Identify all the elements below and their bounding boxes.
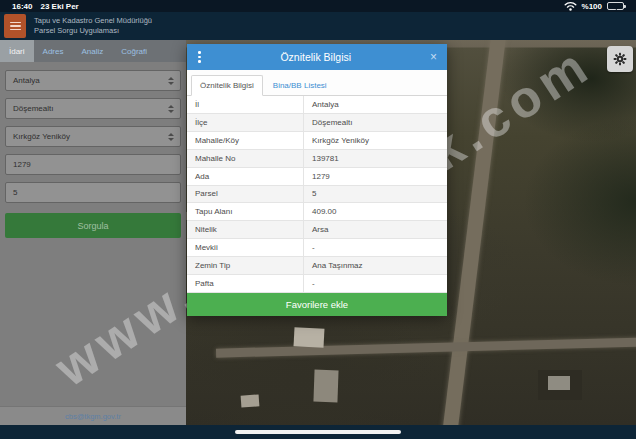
table-row: Tapu Alanı 409.00 bbox=[187, 203, 447, 221]
settings-button[interactable] bbox=[607, 46, 633, 72]
sidebar-footer: cbs@tkgm.gov.tr bbox=[0, 406, 186, 425]
menu-button[interactable] bbox=[4, 14, 26, 38]
app-screen: 16:40 23 Eki Per %100 Tapu ve Kadastro G… bbox=[0, 0, 636, 439]
row-label: Parsel bbox=[187, 186, 304, 203]
clock-label: 16:40 bbox=[12, 2, 32, 11]
table-row: Nitelik Arsa bbox=[187, 221, 447, 239]
row-value: Kırkgöz Yeniköy bbox=[304, 136, 447, 145]
row-value: 409.00 bbox=[304, 207, 447, 216]
row-label: Ada bbox=[187, 168, 304, 185]
sidebar-tab-adres[interactable]: Adres bbox=[34, 40, 73, 62]
row-value: Antalya bbox=[304, 100, 447, 109]
battery-icon bbox=[607, 2, 624, 10]
bottom-bar bbox=[0, 425, 636, 439]
row-label: İlçe bbox=[187, 114, 304, 131]
query-button[interactable]: Sorgula bbox=[5, 213, 181, 238]
row-value: Döşemealtı bbox=[304, 118, 447, 127]
modal-header: Öznitelik Bilgisi × bbox=[187, 44, 447, 70]
tab-oznitelik-bilgisi[interactable]: Öznitelik Bilgisi bbox=[191, 75, 263, 96]
row-label: Mahalle/Köy bbox=[187, 132, 304, 149]
add-to-favorites-button[interactable]: Favorilere ekle bbox=[187, 293, 447, 316]
district-select[interactable]: Döşemealtı bbox=[5, 98, 181, 119]
row-value: Ana Taşınmaz bbox=[304, 261, 447, 270]
map-building bbox=[313, 370, 338, 403]
ada-input[interactable] bbox=[5, 154, 181, 175]
modal-menu-button[interactable] bbox=[195, 48, 204, 66]
table-row: Mahalle No 139781 bbox=[187, 150, 447, 168]
row-label: Tapu Alanı bbox=[187, 203, 304, 220]
modal-title: Öznitelik Bilgisi bbox=[204, 51, 428, 63]
row-label: Pafta bbox=[187, 275, 304, 292]
row-value: Arsa bbox=[304, 225, 447, 234]
sidebar-tab-analiz[interactable]: Analiz bbox=[72, 40, 112, 62]
row-value: - bbox=[304, 279, 447, 288]
wifi-icon bbox=[564, 1, 577, 11]
map-road-horizontal bbox=[216, 337, 636, 357]
table-row: Ada 1279 bbox=[187, 168, 447, 186]
app-title: Tapu ve Kadastro Genel Müdürlüğü bbox=[34, 16, 152, 26]
map-building bbox=[294, 327, 325, 348]
map-building bbox=[548, 376, 570, 390]
parsel-input[interactable] bbox=[5, 182, 181, 203]
spinner-icon bbox=[168, 133, 174, 141]
home-indicator[interactable] bbox=[235, 430, 401, 434]
charging-bolt-icon bbox=[614, 3, 619, 11]
sidebar-tab-cografi[interactable]: Coğrafi bbox=[112, 40, 156, 62]
app-subtitle: Parsel Sorgu Uygulaması bbox=[34, 26, 152, 36]
row-value: 139781 bbox=[304, 154, 447, 163]
table-row: İl Antalya bbox=[187, 96, 447, 114]
modal-close-button[interactable]: × bbox=[428, 51, 439, 63]
hamburger-icon bbox=[10, 22, 21, 24]
spinner-icon bbox=[168, 77, 174, 85]
status-bar: 16:40 23 Eki Per %100 bbox=[0, 0, 636, 12]
row-value: - bbox=[304, 243, 447, 252]
app-header: Tapu ve Kadastro Genel Müdürlüğü Parsel … bbox=[0, 12, 636, 40]
gear-icon bbox=[613, 52, 627, 66]
table-row: Pafta - bbox=[187, 275, 447, 293]
neighborhood-select[interactable]: Kırkgöz Yeniköy bbox=[5, 126, 181, 147]
modal-tab-bar: Öznitelik Bilgisi Bina/BB Listesi bbox=[187, 70, 447, 96]
province-select[interactable]: Antalya bbox=[5, 70, 181, 91]
battery-percent-label: %100 bbox=[582, 2, 602, 11]
table-row: Mahalle/Köy Kırkgöz Yeniköy bbox=[187, 132, 447, 150]
map-road-vertical bbox=[440, 40, 507, 425]
sidebar-tabs: İdari Adres Analiz Coğrafi bbox=[0, 40, 186, 62]
table-row: Zemin Tip Ana Taşınmaz bbox=[187, 257, 447, 275]
row-label: İl bbox=[187, 96, 304, 113]
spinner-icon bbox=[168, 105, 174, 113]
query-sidebar: İdari Adres Analiz Coğrafi Antalya Döşem… bbox=[0, 40, 186, 425]
attribute-table: İl Antalya İlçe Döşemealtı Mahalle/Köy K… bbox=[187, 96, 447, 293]
table-row: Mevkii - bbox=[187, 239, 447, 257]
map-building bbox=[241, 394, 260, 407]
attribute-info-modal: Öznitelik Bilgisi × Öznitelik Bilgisi Bi… bbox=[187, 44, 447, 316]
tab-bina-bb-listesi[interactable]: Bina/BB Listesi bbox=[265, 76, 335, 95]
row-label: Mahalle No bbox=[187, 150, 304, 167]
row-value: 5 bbox=[304, 189, 447, 198]
contact-email-link[interactable]: cbs@tkgm.gov.tr bbox=[65, 412, 121, 421]
close-icon: × bbox=[430, 50, 437, 64]
row-label: Mevkii bbox=[187, 239, 304, 256]
table-row: Parsel 5 bbox=[187, 186, 447, 204]
table-row: İlçe Döşemealtı bbox=[187, 114, 447, 132]
query-form: Antalya Döşemealtı Kırkgöz Yeniköy Sorgu… bbox=[0, 62, 186, 238]
kebab-icon bbox=[198, 51, 201, 54]
row-label: Nitelik bbox=[187, 221, 304, 238]
date-label: 23 Eki Per bbox=[40, 2, 78, 11]
row-label: Zemin Tip bbox=[187, 257, 304, 274]
sidebar-tab-idari[interactable]: İdari bbox=[0, 40, 34, 62]
row-value: 1279 bbox=[304, 172, 447, 181]
